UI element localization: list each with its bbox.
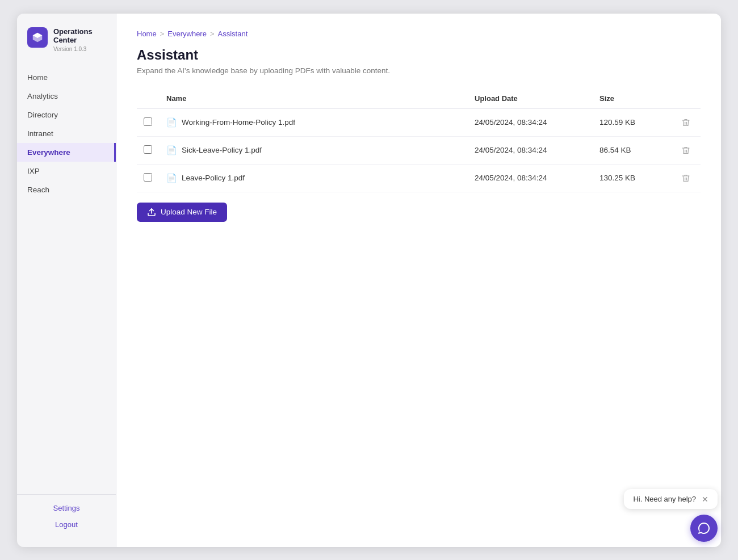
table-header: Name Upload Date Size (137, 89, 701, 109)
row-size-cell: 130.25 KB (593, 164, 672, 192)
breadcrumb: Home > Everywhere > Assistant (137, 30, 701, 38)
sidebar-nav: Home Analytics Directory Intranet Everyw… (17, 64, 116, 494)
row-name-cell: 📄 Working-From-Home-Policy 1.pdf (160, 108, 468, 136)
breadcrumb-everywhere[interactable]: Everywhere (167, 30, 207, 38)
row-date-cell: 24/05/2024, 08:34:24 (468, 164, 593, 192)
sidebar-item-home[interactable]: Home (17, 68, 116, 87)
breadcrumb-home[interactable]: Home (137, 30, 157, 38)
delete-file-button[interactable] (679, 171, 693, 185)
row-action-cell (672, 164, 701, 192)
row-date-cell: 24/05/2024, 08:34:24 (468, 108, 593, 136)
delete-file-button[interactable] (679, 144, 693, 157)
upload-new-file-button[interactable]: Upload New File (137, 203, 227, 222)
header-name: Name (160, 89, 468, 109)
trash-icon (681, 146, 690, 155)
chat-open-button[interactable] (690, 515, 718, 542)
row-checkbox[interactable] (144, 173, 152, 182)
content-area: Home > Everywhere > Assistant Assistant … (116, 14, 721, 547)
sidebar-item-reach[interactable]: Reach (17, 180, 116, 199)
row-checkbox-cell (137, 164, 160, 192)
header-size: Size (593, 89, 672, 109)
file-name-wrapper: 📄 Sick-Leave-Policy 1.pdf (166, 145, 461, 155)
table-row: 📄 Leave-Policy 1.pdf 24/05/2024, 08:34:2… (137, 164, 701, 192)
sidebar-item-directory[interactable]: Directory (17, 106, 116, 124)
logout-link[interactable]: Logout (27, 518, 106, 531)
row-checkbox[interactable] (144, 145, 152, 154)
breadcrumb-sep-1: > (160, 30, 165, 38)
app-version: Version 1.0.3 (53, 46, 106, 52)
chat-icon (697, 521, 711, 535)
chat-close-button[interactable]: ✕ (702, 495, 708, 503)
sidebar-item-analytics[interactable]: Analytics (17, 87, 116, 106)
breadcrumb-current: Assistant (218, 30, 248, 38)
breadcrumb-sep-2: > (210, 30, 215, 38)
sidebar-item-intranet[interactable]: Intranet (17, 124, 116, 143)
row-action-cell (672, 108, 701, 136)
file-name-wrapper: 📄 Working-From-Home-Policy 1.pdf (166, 117, 461, 128)
row-size-cell: 120.59 KB (593, 108, 672, 136)
file-name-wrapper: 📄 Leave-Policy 1.pdf (166, 173, 461, 183)
row-size-cell: 86.54 KB (593, 136, 672, 164)
pdf-icon: 📄 (166, 117, 177, 128)
app-title: Operations Center (53, 27, 106, 45)
file-name: Leave-Policy 1.pdf (182, 174, 245, 182)
upload-button-label: Upload New File (161, 208, 217, 216)
row-name-cell: 📄 Leave-Policy 1.pdf (160, 164, 468, 192)
file-name: Working-From-Home-Policy 1.pdf (182, 118, 295, 127)
row-checkbox-cell (137, 108, 160, 136)
pdf-icon: 📄 (166, 173, 177, 183)
row-action-cell (672, 136, 701, 164)
row-name-cell: 📄 Sick-Leave-Policy 1.pdf (160, 136, 468, 164)
settings-link[interactable]: Settings (27, 502, 106, 515)
sidebar-item-ixp[interactable]: IXP (17, 162, 116, 180)
header-checkbox-col (137, 89, 160, 109)
header-action (672, 89, 701, 109)
chat-bubble-text: Hi. Need any help? (633, 495, 696, 503)
chat-widget: Hi. Need any help? ✕ (624, 489, 718, 542)
app-name-text: Operations Center Version 1.0.3 (53, 27, 106, 52)
sidebar-footer: Settings Logout (17, 494, 116, 538)
header-upload-date: Upload Date (468, 89, 593, 109)
row-date-cell: 24/05/2024, 08:34:24 (468, 136, 593, 164)
page-title: Assistant (137, 47, 701, 63)
page-description: Expand the AI's knowledge base by upload… (137, 66, 701, 75)
trash-icon (681, 118, 690, 127)
upload-icon (147, 208, 156, 217)
pdf-icon: 📄 (166, 145, 177, 155)
chat-bubble: Hi. Need any help? ✕ (624, 489, 718, 509)
file-name: Sick-Leave-Policy 1.pdf (182, 146, 262, 154)
file-table: Name Upload Date Size 📄 Working-From-Hom… (137, 89, 701, 192)
row-checkbox[interactable] (144, 117, 152, 126)
trash-icon (681, 174, 690, 183)
main-content: Home > Everywhere > Assistant Assistant … (116, 14, 721, 547)
app-logo: Operations Center Version 1.0.3 (17, 27, 116, 64)
sidebar: Operations Center Version 1.0.3 Home Ana… (17, 14, 116, 547)
table-row: 📄 Working-From-Home-Policy 1.pdf 24/05/2… (137, 108, 701, 136)
table-body: 📄 Working-From-Home-Policy 1.pdf 24/05/2… (137, 108, 701, 192)
row-checkbox-cell (137, 136, 160, 164)
logo-icon (27, 27, 48, 48)
table-row: 📄 Sick-Leave-Policy 1.pdf 24/05/2024, 08… (137, 136, 701, 164)
sidebar-item-everywhere[interactable]: Everywhere (17, 143, 116, 162)
delete-file-button[interactable] (679, 116, 693, 129)
